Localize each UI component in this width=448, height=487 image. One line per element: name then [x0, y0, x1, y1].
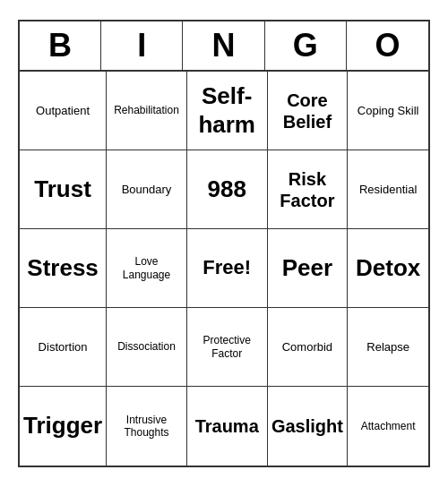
cell-label: Stress [27, 254, 99, 282]
cell-label: Rehabilitation [114, 104, 179, 116]
cell-label: Love Language [110, 255, 183, 281]
bingo-cell: Gaslight [268, 387, 349, 466]
bingo-cell: Self-harm [187, 72, 268, 150]
cell-label: Free! [202, 256, 251, 279]
bingo-header: BINGO [20, 21, 428, 72]
cell-label: Distortion [39, 340, 88, 355]
cell-label: Risk Factor [271, 168, 344, 211]
cell-label: Peer [282, 254, 332, 282]
header-letter: G [265, 21, 347, 70]
cell-label: Core Belief [271, 90, 344, 132]
header-letter: B [20, 21, 101, 70]
cell-label: Boundary [122, 183, 172, 197]
bingo-cell: Intrusive Thoughts [107, 387, 187, 466]
bingo-cell: Free! [187, 229, 268, 308]
bingo-cell: Detox [348, 229, 428, 308]
cell-label: Intrusive Thoughts [110, 414, 183, 440]
bingo-cell: Attachment [348, 387, 428, 466]
cell-label: Attachment [361, 420, 416, 432]
bingo-cell: Distortion [20, 308, 107, 387]
cell-label: Coping Skill [358, 104, 419, 118]
bingo-card: BINGO OutpatientRehabilitationSelf-harmC… [18, 20, 430, 467]
bingo-cell: Love Language [107, 229, 187, 308]
header-letter: O [347, 21, 428, 70]
bingo-cell: Boundary [107, 150, 187, 229]
bingo-grid: OutpatientRehabilitationSelf-harmCore Be… [20, 72, 428, 466]
bingo-cell: Stress [20, 229, 107, 308]
cell-label: Detox [356, 254, 420, 282]
header-letter: N [183, 21, 264, 70]
bingo-cell: Core Belief [268, 72, 349, 150]
bingo-cell: Outpatient [20, 72, 107, 150]
cell-label: Trigger [23, 412, 102, 440]
bingo-cell: Trauma [187, 387, 268, 466]
bingo-cell: Coping Skill [348, 72, 428, 150]
cell-label: 988 [208, 175, 246, 203]
bingo-cell: Dissociation [107, 308, 187, 387]
bingo-cell: Trigger [20, 387, 107, 466]
cell-label: Outpatient [36, 104, 90, 118]
cell-label: Relapse [366, 340, 409, 355]
cell-label: Dissociation [117, 340, 176, 353]
cell-label: Trust [34, 175, 91, 203]
bingo-cell: Comorbid [268, 308, 349, 387]
bingo-cell: 988 [187, 150, 268, 229]
bingo-cell: Relapse [348, 308, 428, 387]
bingo-cell: Rehabilitation [107, 72, 187, 150]
cell-label: Gaslight [271, 415, 343, 437]
cell-label: Self-harm [191, 82, 263, 138]
cell-label: Comorbid [282, 340, 332, 355]
cell-label: Protective Factor [191, 334, 263, 360]
bingo-cell: Trust [20, 150, 107, 229]
cell-label: Residential [359, 183, 417, 197]
bingo-cell: Risk Factor [268, 150, 349, 229]
bingo-cell: Residential [348, 150, 428, 229]
header-letter: I [101, 21, 183, 70]
cell-label: Trauma [195, 415, 259, 437]
bingo-cell: Protective Factor [187, 308, 268, 387]
bingo-cell: Peer [268, 229, 349, 308]
